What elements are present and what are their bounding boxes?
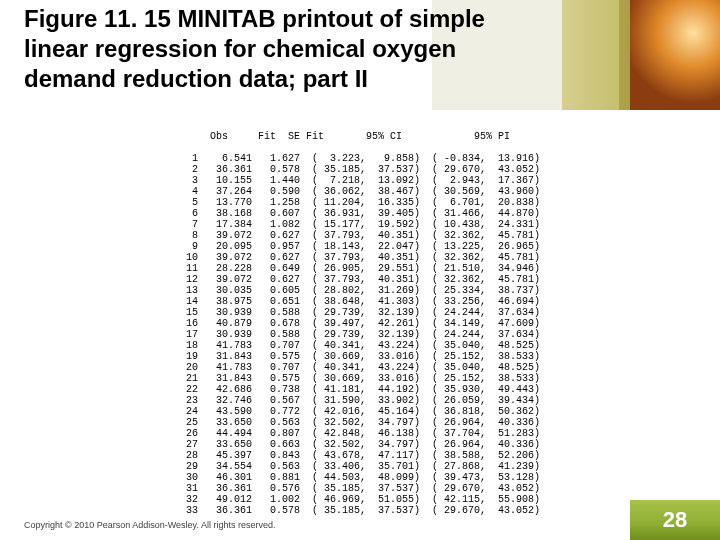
page-number: 28 [663, 507, 687, 533]
figure-title: Figure 11. 15 MINITAB printout of simple… [24, 4, 544, 94]
printout-header: Obs Fit SE Fit 95% CI 95% PI [0, 131, 720, 142]
page-number-badge: 28 [630, 500, 720, 540]
minitab-printout: Obs Fit SE Fit 95% CI 95% PI 1 6.541 1.6… [0, 120, 720, 527]
copyright-text: Copyright © 2010 Pearson Addison-Wesley.… [24, 520, 275, 530]
printout-rows: 1 6.541 1.627 ( 3.223, 9.858) ( -0.834, … [180, 153, 540, 516]
